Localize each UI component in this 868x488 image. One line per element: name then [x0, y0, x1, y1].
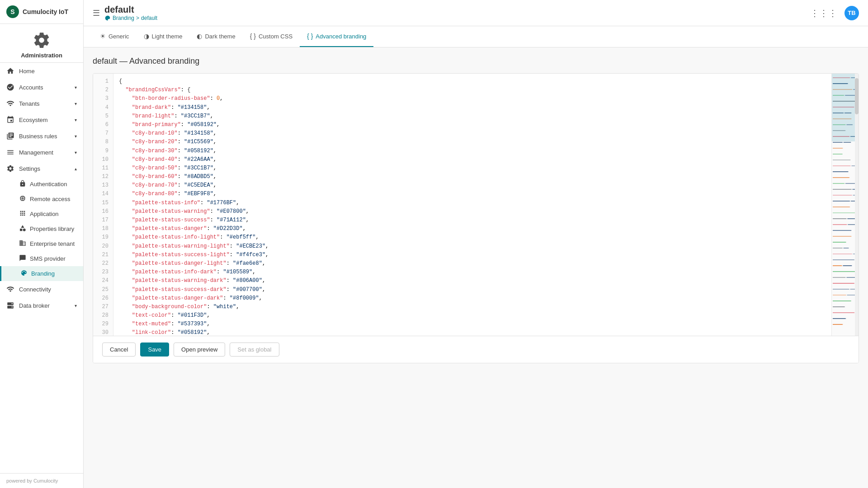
gear-icon: [33, 31, 51, 49]
sidebar-item-sms-provider[interactable]: SMS provider: [0, 251, 83, 266]
save-button[interactable]: Save: [140, 343, 169, 357]
business-rules-icon: [6, 132, 14, 140]
management-icon: [6, 148, 14, 156]
sidebar-item-tenants[interactable]: Tenants ▾: [0, 95, 83, 112]
sidebar-item-label: Connectivity: [19, 286, 77, 293]
enterprise-tenant-icon: [19, 239, 26, 248]
breadcrumb: Branding > default: [104, 15, 157, 21]
tab-light-theme[interactable]: ◑ Light theme: [137, 26, 190, 47]
sidebar-footer: powered by Cumulocity: [0, 473, 83, 488]
remote-access-icon: [19, 195, 26, 203]
home-icon: [6, 67, 14, 75]
sidebar-item-label: Remote access: [30, 196, 71, 202]
sidebar-item-branding[interactable]: Branding: [0, 266, 83, 281]
sidebar-item-application[interactable]: Application: [0, 206, 83, 221]
breadcrumb-parent[interactable]: Branding: [113, 15, 134, 21]
application-icon: [19, 210, 26, 218]
content-area: default — Advanced branding 123456789101…: [84, 47, 868, 488]
admin-label: Administration: [0, 52, 83, 59]
app-logo-icon: S: [6, 5, 19, 18]
sidebar-item-business-rules[interactable]: Business rules ▾: [0, 128, 83, 144]
sidebar-item-authentication[interactable]: Authentication: [0, 177, 83, 192]
tab-label: Custom CSS: [259, 33, 292, 40]
sidebar-item-label: Accounts: [19, 84, 70, 91]
sidebar-item-label: Business rules: [19, 133, 70, 140]
tab-label: Advanced branding: [316, 33, 366, 40]
admin-section: Administration: [0, 24, 83, 63]
header-left: ☰ default Branding > default: [93, 5, 157, 21]
grid-icon[interactable]: ⋮⋮⋮: [810, 8, 837, 19]
chevron-down-icon: ▾: [75, 117, 77, 122]
open-preview-button[interactable]: Open preview: [174, 343, 225, 357]
sidebar-item-home[interactable]: Home: [0, 63, 83, 79]
header-title-section: default Branding > default: [104, 5, 157, 21]
tenants-icon: [6, 99, 14, 108]
footer-buttons: Cancel Save Open preview Set as global: [93, 336, 859, 363]
scrollbar-track[interactable]: [855, 74, 859, 336]
page-title: default: [104, 5, 157, 15]
tab-label: Light theme: [152, 33, 183, 40]
avatar[interactable]: TB: [844, 6, 859, 20]
line-numbers: 1234567891011121314151617181920212223242…: [93, 74, 113, 336]
sidebar-item-label: Authentication: [30, 181, 67, 188]
sidebar-item-label: Enterprise tenant: [30, 240, 75, 247]
sidebar-item-properties-library[interactable]: Properties library: [0, 221, 83, 236]
chevron-down-icon: ▾: [75, 303, 77, 308]
tab-dark-theme[interactable]: ◐ Dark theme: [189, 26, 242, 47]
sidebar-item-label: Application: [30, 211, 59, 217]
app-name: Cumulocity IoT: [23, 8, 68, 15]
sidebar-item-label: Ecosystem: [19, 117, 70, 123]
sidebar-item-enterprise-tenant[interactable]: Enterprise tenant: [0, 236, 83, 251]
tab-bar: ☀ Generic ◑ Light theme ◐ Dark theme { }…: [84, 26, 868, 47]
ecosystem-icon: [6, 116, 14, 124]
tab-generic[interactable]: ☀ Generic: [93, 26, 137, 47]
chevron-down-icon: ▾: [75, 101, 77, 106]
cancel-button[interactable]: Cancel: [102, 343, 136, 357]
breadcrumb-current: default: [141, 15, 157, 21]
scrollbar-thumb[interactable]: [855, 78, 859, 114]
tab-label: Dark theme: [205, 33, 235, 40]
custom-css-tab-icon: { }: [250, 33, 256, 40]
chevron-down-icon: ▾: [75, 134, 77, 139]
mini-map: [831, 74, 859, 336]
data-broker-icon: [6, 301, 14, 310]
properties-library-icon: [19, 225, 26, 233]
sidebar-item-label: Tenants: [19, 100, 70, 107]
tab-custom-css[interactable]: { } Custom CSS: [243, 26, 300, 47]
content-title: default — Advanced branding: [93, 56, 859, 66]
code-body: 1234567891011121314151617181920212223242…: [93, 74, 859, 336]
accounts-icon: [6, 83, 14, 91]
sidebar-item-label: Branding: [31, 270, 55, 277]
sidebar-item-accounts[interactable]: Accounts ▾: [0, 79, 83, 95]
set-as-global-button[interactable]: Set as global: [230, 343, 279, 357]
sidebar-item-label: Properties library: [30, 225, 74, 232]
sidebar-item-data-broker[interactable]: Data broker ▾: [0, 297, 83, 314]
light-theme-tab-icon: ◑: [144, 33, 149, 40]
dark-theme-tab-icon: ◐: [197, 33, 202, 40]
connectivity-icon: [6, 285, 14, 293]
sidebar-item-connectivity[interactable]: Connectivity: [0, 281, 83, 297]
advanced-branding-tab-icon: { }: [307, 33, 313, 40]
chevron-down-icon: ▾: [75, 85, 77, 90]
page-header: ☰ default Branding > default ⋮⋮⋮ TB: [84, 0, 868, 26]
sidebar-item-label: SMS provider: [30, 255, 66, 262]
branding-icon: [20, 269, 28, 278]
tab-advanced-branding[interactable]: { } Advanced branding: [300, 26, 373, 47]
chevron-up-icon: ▴: [75, 166, 77, 171]
header-right: ⋮⋮⋮ TB: [810, 6, 859, 20]
chevron-down-icon: ▾: [75, 150, 77, 155]
sidebar-logo: S Cumulocity IoT: [0, 0, 83, 24]
sidebar-item-management[interactable]: Management ▾: [0, 144, 83, 160]
sidebar-item-label: Data broker: [19, 302, 70, 309]
sidebar-item-remote-access[interactable]: Remote access: [0, 192, 83, 206]
sidebar-item-settings[interactable]: Settings ▴: [0, 160, 83, 177]
sms-provider-icon: [19, 254, 26, 263]
menu-icon[interactable]: ☰: [93, 8, 100, 18]
settings-icon: [6, 164, 14, 173]
code-editor[interactable]: 1234567891011121314151617181920212223242…: [93, 73, 859, 363]
sidebar-item-ecosystem[interactable]: Ecosystem ▾: [0, 112, 83, 128]
code-content[interactable]: { "brandingCssVars": { "btn-border-radiu…: [113, 74, 831, 336]
sidebar-item-label: Home: [19, 68, 77, 75]
generic-tab-icon: ☀: [100, 33, 106, 40]
sidebar-item-label: Settings: [19, 165, 70, 172]
